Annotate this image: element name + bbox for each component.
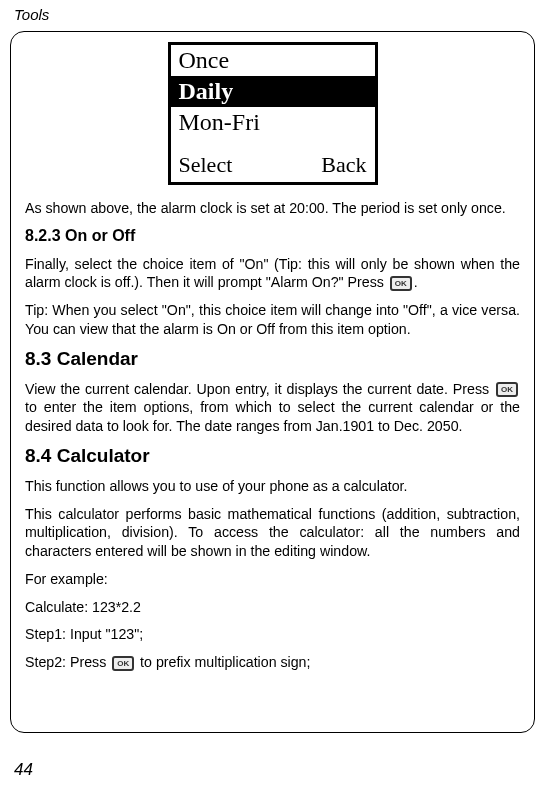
para-calendar: View the current calendar. Upon entry, i… [25,380,520,436]
page-number: 44 [14,760,33,780]
para-calc-step2-text-a: Step2: Press [25,654,110,670]
screen-option-monfri: Mon-Fri [171,107,375,138]
softkey-select: Select [179,152,233,178]
page-header: Tools [0,0,545,31]
para-calc-1: This function allows you to use of your … [25,477,520,496]
page-frame: Once Daily Mon-Fri Select Back As shown … [10,31,535,733]
softkey-back: Back [321,152,366,178]
para-calc-calculate: Calculate: 123*2.2 [25,598,520,617]
para-calc-2: This calculator performs basic mathemati… [25,505,520,561]
ok-button-icon: OK [112,656,134,671]
ok-button-icon: OK [496,382,518,397]
phone-screen: Once Daily Mon-Fri Select Back [168,42,378,185]
screen-blank-row [171,138,375,150]
para-calc-example: For example: [25,570,520,589]
para-calendar-text-b: to enter the item options, from which to… [25,399,520,434]
heading-calculator: 8.4 Calculator [25,445,520,467]
para-onoff-1-text-b: . [414,274,418,290]
para-calc-step2: Step2: Press OK to prefix multiplication… [25,653,520,672]
para-calc-step2-text-b: to prefix multiplication sign; [136,654,310,670]
screen-option-once: Once [171,45,375,76]
heading-on-or-off: 8.2.3 On or Off [25,227,520,245]
para-calendar-text-a: View the current calendar. Upon entry, i… [25,381,494,397]
caption-para: As shown above, the alarm clock is set a… [25,199,520,218]
para-onoff-tip: Tip: When you select "On", this choice i… [25,301,520,338]
phone-screen-figure: Once Daily Mon-Fri Select Back [25,42,520,185]
screen-option-daily: Daily [171,76,375,107]
heading-calendar: 8.3 Calendar [25,348,520,370]
para-onoff-1-text-a: Finally, select the choice item of "On" … [25,256,520,291]
ok-button-icon: OK [390,276,412,291]
para-calc-step1: Step1: Input "123"; [25,625,520,644]
para-onoff-1: Finally, select the choice item of "On" … [25,255,520,292]
